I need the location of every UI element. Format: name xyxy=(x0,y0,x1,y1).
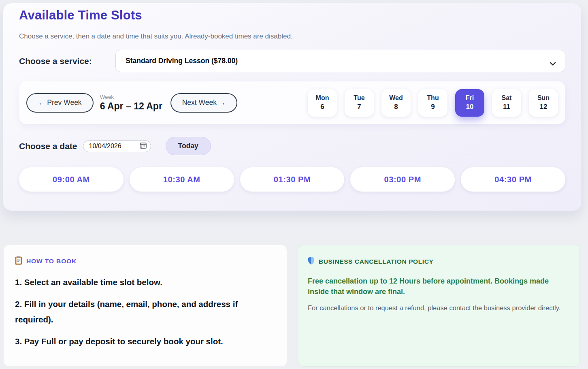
week-range: 6 Apr – 12 Apr xyxy=(100,101,164,112)
how-to-book-steps: 1. Select an available time slot below.2… xyxy=(15,275,275,349)
day-abbr: Sun xyxy=(537,94,550,102)
day-abbr: Wed xyxy=(389,94,403,102)
day-button-mon[interactable]: Mon6 xyxy=(308,89,337,117)
day-number: 10 xyxy=(466,103,474,111)
chevron-down-icon xyxy=(550,60,556,68)
time-slot-button[interactable]: 03:00 PM xyxy=(350,167,455,192)
day-abbr: Thu xyxy=(427,94,439,102)
how-to-book-heading: HOW TO BOOK xyxy=(26,258,77,265)
day-number: 8 xyxy=(394,103,398,111)
day-button-sat[interactable]: Sat11 xyxy=(492,89,521,117)
how-to-book-step-2: 2. Fill in your details (name, email, ph… xyxy=(15,296,275,327)
week-label: Week xyxy=(100,94,164,100)
how-to-book-header: HOW TO BOOK xyxy=(15,256,275,267)
service-selected-option: Standard Driving Lesson ($78.00) xyxy=(126,57,238,65)
time-slot-button[interactable]: 10:30 AM xyxy=(130,167,234,192)
day-button-thu[interactable]: Thu9 xyxy=(418,89,447,117)
service-label: Choose a service: xyxy=(19,56,115,66)
page-subtitle: Choose a service, then a date and time t… xyxy=(19,32,565,41)
prev-week-button[interactable]: ← Prev Week xyxy=(26,93,94,113)
cancellation-policy-card: BUSINESS CANCELLATION POLICY Free cancel… xyxy=(298,245,580,367)
service-select[interactable]: Standard Driving Lesson ($78.00) xyxy=(115,50,565,72)
day-abbr: Mon xyxy=(316,94,329,102)
week-info: Week 6 Apr – 12 Apr xyxy=(100,94,164,112)
day-number: 9 xyxy=(431,103,435,111)
date-value: 10/04/2026 xyxy=(89,143,121,150)
day-number: 6 xyxy=(320,103,324,111)
how-to-book-step-3: 3. Pay Full or pay deposit to securely b… xyxy=(15,334,275,349)
day-button-group: Mon6Tue7Wed8Thu9Fri10Sat11Sun12 xyxy=(308,89,558,117)
day-number: 7 xyxy=(357,103,361,111)
page-title: Available Time Slots xyxy=(19,8,565,23)
service-row: Choose a service: Standard Driving Lesso… xyxy=(19,50,565,72)
shield-icon xyxy=(308,256,315,267)
date-label: Choose a date xyxy=(19,141,77,151)
how-to-book-card: HOW TO BOOK 1. Select an available time … xyxy=(3,245,287,367)
day-button-sun[interactable]: Sun12 xyxy=(529,89,558,117)
time-slot-button[interactable]: 04:30 PM xyxy=(461,167,565,192)
cancellation-policy-body: For cancellations or to request a refund… xyxy=(308,303,568,313)
how-to-book-step-1: 1. Select an available time slot below. xyxy=(15,275,275,290)
day-button-fri[interactable]: Fri10 xyxy=(455,89,484,117)
clipboard-icon xyxy=(15,256,22,267)
day-button-wed[interactable]: Wed8 xyxy=(381,89,411,117)
day-abbr: Fri xyxy=(466,94,474,102)
next-week-button[interactable]: Next Week → xyxy=(170,93,238,113)
time-slot-button[interactable]: 01:30 PM xyxy=(240,167,345,192)
date-row: Choose a date 10/04/2026 Today xyxy=(19,137,565,155)
date-input[interactable]: 10/04/2026 xyxy=(83,140,151,152)
cancellation-policy-heading: BUSINESS CANCELLATION POLICY xyxy=(319,258,433,265)
calendar-icon[interactable] xyxy=(140,142,147,150)
day-number: 12 xyxy=(540,103,548,111)
booking-panel: Available Time Slots Choose a service, t… xyxy=(3,3,581,211)
day-abbr: Sat xyxy=(502,94,512,102)
day-abbr: Tue xyxy=(354,94,364,102)
day-number: 11 xyxy=(503,103,510,111)
info-section: HOW TO BOOK 1. Select an available time … xyxy=(3,245,580,367)
time-slot-group: 09:00 AM10:30 AM01:30 PM03:00 PM04:30 PM xyxy=(19,167,565,192)
time-slot-button[interactable]: 09:00 AM xyxy=(19,167,124,192)
cancellation-policy-highlight: Free cancellation up to 12 Hours before … xyxy=(308,276,568,297)
cancellation-policy-header: BUSINESS CANCELLATION POLICY xyxy=(308,256,568,267)
day-button-tue[interactable]: Tue7 xyxy=(345,89,374,117)
today-button[interactable]: Today xyxy=(166,137,211,155)
week-navigation: ← Prev Week Week 6 Apr – 12 Apr Next Wee… xyxy=(19,81,565,124)
